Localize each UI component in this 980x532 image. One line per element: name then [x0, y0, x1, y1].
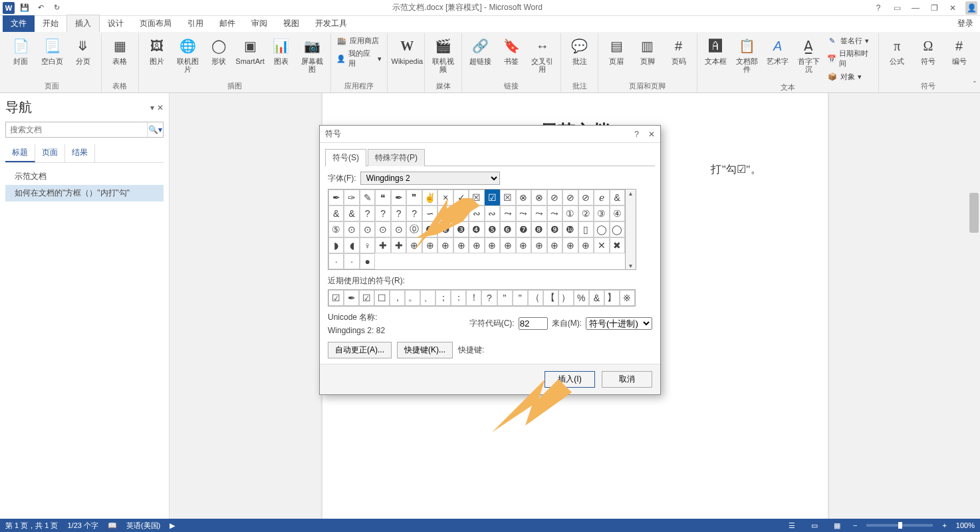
symbol-cell[interactable]: ⊕	[578, 237, 594, 253]
my-apps-button[interactable]: 👤我的应用 ▾	[335, 48, 384, 69]
save-icon[interactable]: 💾	[19, 2, 31, 14]
readmode-icon[interactable]: ☰	[785, 521, 798, 530]
recent-symbol-cell[interactable]: 、	[420, 290, 435, 306]
symbol-cell[interactable]: ⊕	[500, 237, 515, 253]
recent-symbol-cell[interactable]: 】	[604, 290, 620, 306]
recent-symbol-cell[interactable]: ☐	[374, 290, 390, 306]
tab-file[interactable]: 文件	[3, 15, 35, 32]
collapse-ribbon-icon[interactable]: ˆ	[973, 80, 976, 90]
symbol-cell[interactable]: ⊕	[562, 237, 578, 253]
recent-symbol-cell[interactable]: ；	[435, 290, 451, 306]
symbol-cell[interactable]: ⤳	[500, 205, 515, 221]
symbol-button[interactable]: Ω符号	[914, 35, 943, 66]
symbol-cell[interactable]: ?	[391, 205, 406, 221]
recent-symbol-cell[interactable]: ☑	[359, 290, 374, 306]
close-icon[interactable]: ✕	[947, 3, 959, 13]
undo-icon[interactable]: ↶	[35, 2, 47, 14]
symbol-cell[interactable]: ·	[344, 253, 359, 269]
recent-symbol-cell[interactable]: ?	[481, 290, 497, 306]
online-video-button[interactable]: 🎬联机视频	[429, 35, 457, 74]
weblayout-icon[interactable]: ▦	[830, 521, 844, 530]
page-break-button[interactable]: ⤋分页	[68, 35, 97, 66]
smartart-button[interactable]: ▣SmartArt	[235, 35, 264, 66]
recent-symbol-cell[interactable]: 。	[405, 290, 420, 306]
dialog-tab-symbols[interactable]: 符号(S)	[325, 149, 366, 166]
shapes-button[interactable]: ◯形状	[205, 35, 233, 66]
nav-close-icon[interactable]: ✕	[157, 103, 164, 112]
symbol-cell[interactable]: ◯	[594, 221, 609, 237]
symbol-cell[interactable]: ✒	[328, 190, 344, 205]
recent-symbol-cell[interactable]: %	[574, 290, 589, 306]
symbol-cell[interactable]: ❾	[547, 221, 562, 237]
wikipedia-button[interactable]: WWikipedia	[392, 35, 422, 66]
scroll-down-icon[interactable]: ▾	[629, 262, 632, 269]
status-lang[interactable]: 英语(美国)	[126, 521, 160, 531]
zoom-in-icon[interactable]: +	[942, 521, 946, 529]
symbol-cell[interactable]: ◗	[328, 237, 344, 253]
symbol-cell[interactable]: ②	[578, 205, 594, 221]
shortcut-button[interactable]: 快捷键(K)...	[397, 342, 453, 358]
symbol-cell[interactable]: ⤳	[516, 205, 531, 221]
redo-icon[interactable]: ↻	[51, 2, 62, 14]
symbol-cell[interactable]: ✒	[391, 190, 406, 205]
symbol-cell[interactable]: ▯	[578, 221, 594, 237]
scrollbar-thumb[interactable]	[969, 193, 979, 233]
symbol-cell[interactable]: ⊙	[375, 221, 390, 237]
symbol-cell[interactable]: &	[610, 190, 625, 205]
maximize-icon[interactable]: ❐	[928, 3, 940, 13]
number-button[interactable]: #编号	[945, 35, 973, 66]
comment-button[interactable]: 💬批注	[565, 35, 594, 66]
symbol-cell[interactable]: ④	[610, 205, 625, 221]
chart-button[interactable]: 📊图表	[267, 35, 295, 66]
symbol-cell[interactable]: ⤳	[547, 205, 562, 221]
symbol-cell[interactable]: ✚	[375, 237, 390, 253]
scroll-up-icon[interactable]: ▴	[629, 190, 632, 197]
symbol-cell[interactable]: ✎	[360, 190, 375, 205]
tab-design[interactable]: 设计	[100, 15, 132, 32]
cover-page-button[interactable]: 📄封面	[7, 35, 35, 66]
crossref-button[interactable]: ↔交叉引用	[528, 35, 556, 74]
table-button[interactable]: ▦表格	[106, 35, 134, 66]
symbol-cell[interactable]: ⊕	[531, 237, 547, 253]
zoom-out-icon[interactable]: −	[853, 521, 857, 529]
wordart-button[interactable]: A艺术字	[763, 35, 792, 66]
nav-item[interactable]: 示范文档	[5, 168, 164, 185]
tab-view[interactable]: 视图	[275, 15, 307, 32]
navtab-headings[interactable]: 标题	[5, 144, 35, 162]
symbol-cell[interactable]: ⤳	[531, 205, 547, 221]
symbol-cell[interactable]: ⊘	[562, 190, 578, 205]
search-input[interactable]	[6, 122, 147, 137]
font-select[interactable]: Wingdings 2	[360, 172, 500, 185]
symbol-cell[interactable]: ●	[360, 253, 375, 269]
login-link[interactable]: 登录	[951, 15, 980, 32]
symbol-cell[interactable]: ❽	[531, 221, 547, 237]
symbol-cell[interactable]: ❼	[516, 221, 531, 237]
online-picture-button[interactable]: 🌐联机图片	[174, 35, 201, 74]
tab-review[interactable]: 审阅	[243, 15, 275, 32]
symbol-cell[interactable]: ⊘	[578, 190, 594, 205]
symbol-cell[interactable]: &	[328, 205, 344, 221]
ribbon-options-icon[interactable]: ▭	[891, 3, 903, 13]
navtab-results[interactable]: 结果	[65, 144, 95, 162]
parts-button[interactable]: 📋文档部件	[733, 35, 761, 74]
symbol-cell[interactable]: ③	[594, 205, 609, 221]
cancel-button[interactable]: 取消	[602, 371, 652, 388]
macro-icon[interactable]: ▶	[170, 521, 175, 530]
symbol-cell[interactable]: ⊕	[547, 237, 562, 253]
tab-layout[interactable]: 页面布局	[132, 15, 180, 32]
search-icon[interactable]: 🔍▾	[147, 122, 163, 137]
recent-symbol-cell[interactable]: ，	[390, 290, 405, 306]
zoom-value[interactable]: 100%	[956, 521, 975, 529]
minimize-icon[interactable]: —	[910, 3, 921, 13]
recent-symbol-cell[interactable]: &	[589, 290, 604, 306]
recent-symbol-cell[interactable]: ）	[558, 290, 574, 306]
symbol-cell[interactable]: ◖	[344, 237, 359, 253]
hyperlink-button[interactable]: 🔗超链接	[466, 35, 495, 66]
recent-symbol-cell[interactable]: "	[497, 290, 513, 306]
symbol-cell[interactable]: ✑	[344, 190, 359, 205]
app-store-button[interactable]: 🏬应用商店	[335, 35, 384, 47]
recent-symbol-cell[interactable]: ：	[451, 290, 466, 306]
user-avatar-icon[interactable]: 👤	[965, 1, 977, 15]
help-icon[interactable]: ?	[872, 3, 884, 13]
symbol-cell[interactable]: ⊙	[344, 221, 359, 237]
